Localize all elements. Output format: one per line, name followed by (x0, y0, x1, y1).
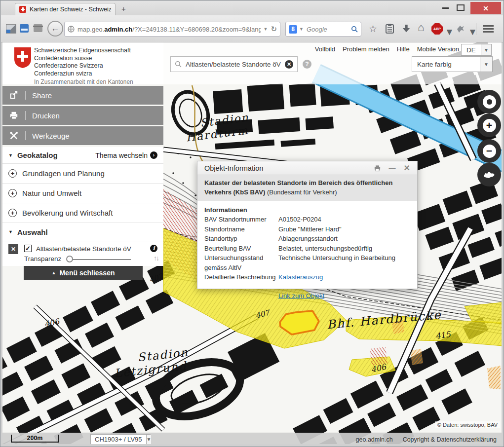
addon-icon-1[interactable] (6, 24, 16, 34)
download-icon[interactable] (402, 24, 411, 33)
adblock-icon[interactable]: ABP (431, 23, 443, 35)
back-button[interactable]: ← (47, 21, 63, 37)
category-natur[interactable]: + Natur und Umwelt (2, 184, 163, 203)
switzerland-icon (483, 171, 496, 179)
url-bar[interactable]: map.geo.admin.ch/?X=249138.11&Y=680698.2… (64, 22, 280, 37)
nav-problem-melden[interactable]: Problem melden (343, 45, 389, 53)
copyright-link[interactable]: Copyright & Datenschutzerklärung (403, 436, 497, 443)
auswahl-header[interactable]: ▼ Auswahl (2, 223, 163, 241)
category-grundlagen[interactable]: + Grundlagen und Planung (2, 164, 163, 184)
google-icon[interactable]: 8 (289, 25, 297, 34)
projection-select[interactable]: CH1903+ / LV95 ▼ (90, 434, 151, 445)
bookmark-star-icon[interactable]: ☆ (369, 24, 377, 34)
zoom-in-button[interactable]: + (477, 113, 501, 137)
chevron-down-icon: ▼ (480, 57, 492, 72)
map-search-box[interactable]: ✕ (170, 56, 298, 72)
info-row: StandorttypAblagerungsstandort (204, 234, 410, 244)
addon-icon-3[interactable] (34, 24, 42, 32)
top-nav: Vollbild Problem melden Hilfe Mobile Ver… (333, 45, 459, 53)
category-bevoelkerung[interactable]: + Bevölkerung und Wirtschaft (2, 203, 163, 223)
help-icon[interactable]: ? (303, 60, 311, 69)
sidebar-item-share[interactable]: Share (2, 86, 163, 105)
transparency-slider[interactable] (68, 259, 131, 260)
sidebar-item-drucken[interactable]: Drucken (2, 106, 163, 125)
zoom-out-button[interactable]: − (477, 139, 501, 163)
geoadmin-link[interactable]: geo.admin.ch (356, 436, 393, 443)
geolocate-icon (483, 95, 496, 109)
default-extent-button[interactable] (477, 163, 501, 186)
zoom-in-icon: + (483, 119, 496, 132)
site-header: Schweizerische Eidgenossenschaft Confédé… (2, 42, 163, 84)
swiss-coat-of-arms (13, 46, 32, 69)
browser-tab[interactable]: Karten der Schweiz - Schweize... (15, 3, 116, 15)
adblock-dropdown-icon[interactable]: ▼ (445, 27, 454, 37)
layer-reorder-icons[interactable]: ↑↓ (154, 254, 158, 262)
info-row-object-link: Link zum Objekt (204, 291, 410, 301)
info-row-detail: Detaillierte Beschreibung Katasterauszug (204, 272, 410, 282)
close-icon[interactable]: ✕ (470, 2, 501, 14)
theme-switch-link[interactable]: Thema wechseln › (95, 151, 157, 159)
chevron-up-icon: ▲ (52, 270, 56, 275)
layer-info-icon[interactable]: i (150, 245, 157, 252)
layer-label: Altlasten/belastete Standorte öV (36, 245, 131, 253)
language-select[interactable]: DE ▼ (461, 44, 492, 56)
reload-icon[interactable]: ↻ (271, 25, 277, 34)
page-content: Stadion Hardturm Bhf. Hardbrücke Stadion… (2, 42, 503, 446)
geokatalog-label: Geokatalog (17, 151, 58, 159)
toolbar-separator (476, 23, 476, 35)
expand-icon[interactable]: + (8, 169, 17, 178)
kataster-link[interactable]: Katasterauszug (278, 272, 410, 282)
swiss-shield-favicon (19, 6, 26, 13)
sidebar-item-label: Share (32, 91, 52, 100)
map-search-input[interactable] (185, 60, 282, 69)
active-layer-row: ✕ ✓ Altlasten/belastete Standorte öV i T… (2, 241, 163, 266)
plugin-icon[interactable] (456, 25, 465, 33)
sidebar-item-werkzeuge[interactable]: Werkzeuge (2, 126, 163, 145)
nav-vollbild[interactable]: Vollbild (315, 45, 335, 53)
object-link[interactable]: Link zum Objekt (278, 291, 410, 301)
maximize-icon[interactable] (457, 4, 465, 11)
browser-search-input[interactable] (306, 25, 349, 34)
sidebar-item-label: Drucken (32, 112, 60, 120)
popup-body: Informationen BAV StandortnummerA01502-P… (197, 201, 417, 305)
header-tagline: In Zusammenarbeit mit den Kantonen (34, 78, 133, 85)
map-style-select[interactable]: Karte farbig ▼ (412, 56, 493, 72)
window-border-bottom (1, 444, 503, 446)
auswahl-label: Auswahl (17, 228, 48, 236)
search-engine-dropdown-icon[interactable]: ▼ (299, 27, 304, 32)
search-icon[interactable] (351, 26, 358, 33)
object-info-popup: Objekt-Information — ✕ Kataster der bela… (197, 161, 418, 289)
url-dropdown-icon[interactable]: ▼ (264, 27, 268, 32)
minimize-icon[interactable] (442, 7, 449, 9)
expand-icon[interactable]: + (8, 189, 17, 197)
selected-site-polygon[interactable] (280, 311, 319, 335)
info-row: Untersuchungsstand gemäss AltlVTechnisch… (204, 253, 410, 272)
print-icon[interactable] (374, 165, 381, 172)
slider-thumb[interactable] (66, 256, 73, 262)
clear-search-icon[interactable]: ✕ (285, 60, 293, 69)
close-menu-button[interactable]: ▲ Menü schliessen (24, 266, 143, 280)
org-name-lines: Schweizerische Eidgenossenschaft Confédé… (34, 47, 131, 77)
new-tab-button[interactable]: + (121, 5, 126, 12)
remove-layer-icon[interactable]: ✕ (8, 244, 18, 254)
geolocate-button[interactable] (477, 90, 501, 113)
close-icon[interactable]: ✕ (404, 163, 410, 173)
minimize-icon[interactable]: — (389, 164, 396, 172)
home-icon[interactable]: ⌂ (418, 23, 424, 32)
layer-checkbox[interactable]: ✓ (24, 245, 32, 252)
zoom-out-icon: − (483, 145, 496, 158)
expand-icon[interactable]: + (8, 209, 17, 217)
menu-icon[interactable] (483, 25, 494, 33)
nav-mobile-version[interactable]: Mobile Version (417, 45, 459, 53)
browser-toolbar: ← map.geo.admin.ch/?X=249138.11&Y=680698… (1, 15, 503, 42)
popup-titlebar[interactable]: Objekt-Information — ✕ (197, 161, 417, 175)
info-row: BAV StandortnummerA01502-P0204 (204, 215, 410, 224)
window-border-left (1, 42, 2, 446)
url-text[interactable]: map.geo.admin.ch/?X=249138.11&Y=680698.2… (78, 26, 261, 33)
addon-icon-2[interactable] (20, 24, 29, 33)
nav-hilfe[interactable]: Hilfe (397, 45, 410, 53)
browser-search-box[interactable]: 8 ▼ (285, 22, 361, 37)
geokatalog-header[interactable]: ▼ Geokatalog Thema wechseln › (2, 147, 163, 164)
bookmarks-list-icon[interactable] (386, 24, 394, 34)
chevron-down-icon: ▼ (8, 229, 13, 234)
